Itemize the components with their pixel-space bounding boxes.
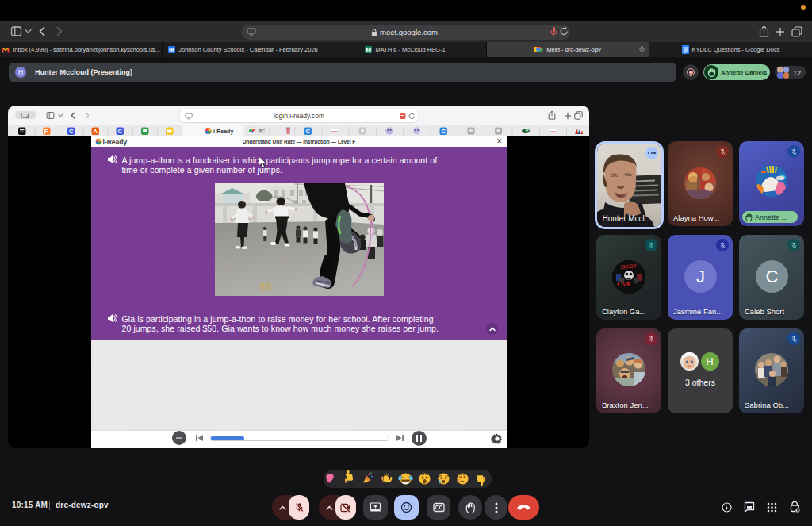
svg-text:C: C — [442, 128, 446, 135]
svg-text:C: C — [118, 128, 123, 135]
svg-text:i-Ready: i-Ready — [213, 129, 233, 135]
svg-text:LIVE: LIVE — [617, 281, 631, 288]
svg-text:C: C — [306, 128, 311, 135]
svg-text:A: A — [94, 128, 98, 135]
svg-text:4: 4 — [283, 260, 286, 266]
svg-text:C: C — [69, 128, 74, 135]
svg-text:28: 28 — [258, 279, 272, 294]
svg-text:31: 31 — [170, 48, 174, 52]
